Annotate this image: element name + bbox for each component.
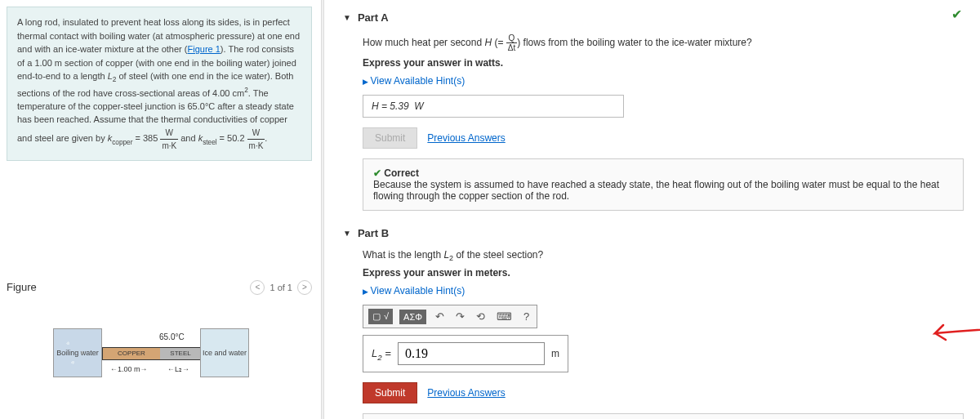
equation-toolbar: ▢√ ΑΣΦ ↶ ↷ ⟲ ⌨ ? [363, 305, 537, 328]
column-divider[interactable] [321, 0, 324, 419]
part-b-unit: m [551, 348, 559, 359]
part-a-previous-answers-link[interactable]: Previous Answers [427, 132, 505, 144]
figure-counter: 1 of 1 [270, 283, 292, 292]
part-b-header[interactable]: ▼ Part B [343, 222, 964, 244]
keyboard-icon[interactable]: ⌨ [494, 310, 514, 323]
part-a-question: How much heat per second H (= QΔt) flows… [363, 33, 964, 52]
problem-statement: A long rod, insulated to prevent heat lo… [7, 7, 312, 161]
part-b-question: What is the length L2 of the steel secti… [363, 249, 964, 262]
caret-down-icon: ▼ [343, 229, 351, 238]
check-icon: ✔ [951, 7, 962, 22]
part-b-feedback: ✖ Incorrect; Try Again; 4 attempts remai… [363, 413, 964, 419]
part-b-answer-label: L2 = [372, 347, 391, 362]
caret-down-icon: ▼ [343, 13, 351, 22]
copper-section: COPPER [103, 348, 160, 359]
boiling-water-label: Boiling water [53, 328, 102, 377]
steel-section: STEEL [160, 348, 201, 359]
part-a-submit-button: Submit [363, 127, 417, 149]
part-b-answer-input[interactable] [398, 342, 545, 365]
figure-link[interactable]: Figure 1 [187, 44, 220, 54]
part-a-answer-display: H = 5.39 W [363, 95, 624, 118]
sqrt-icon[interactable]: √ [384, 311, 389, 322]
copper-length: ←1.00 m→ [110, 365, 148, 373]
figure-next-button[interactable]: > [297, 280, 312, 295]
part-b-instruction: Express your answer in meters. [363, 267, 964, 279]
greek-button[interactable]: ΑΣΦ [399, 310, 426, 324]
part-b-previous-answers-link[interactable]: Previous Answers [427, 387, 505, 399]
part-a-header[interactable]: ▼ Part A [343, 7, 964, 29]
undo-icon[interactable]: ↶ [433, 310, 447, 323]
ice-water-label: Ice and water [200, 328, 249, 377]
junction-temp: 65.0°C [159, 332, 185, 341]
help-icon[interactable]: ? [521, 310, 532, 323]
figure-diagram: Boiling water 65.0°C COPPER STEEL Ice an… [7, 316, 312, 390]
part-a-instruction: Express your answer in watts. [363, 57, 964, 69]
reset-icon[interactable]: ⟲ [474, 310, 488, 323]
template-icon[interactable]: ▢ [372, 311, 381, 322]
figure-title: Figure [7, 281, 37, 293]
figure-prev-button[interactable]: < [250, 280, 265, 295]
part-a-hints-link[interactable]: View Available Hint(s) [363, 75, 465, 87]
steel-length: ←L₂→ [167, 365, 189, 373]
part-a-feedback: ✔ Correct Because the system is assumed … [363, 158, 964, 211]
part-b-hints-link[interactable]: View Available Hint(s) [363, 285, 465, 296]
redo-icon[interactable]: ↷ [453, 310, 467, 323]
part-b-submit-button[interactable]: Submit [363, 382, 417, 403]
correct-check-icon: ✔ [373, 167, 381, 179]
